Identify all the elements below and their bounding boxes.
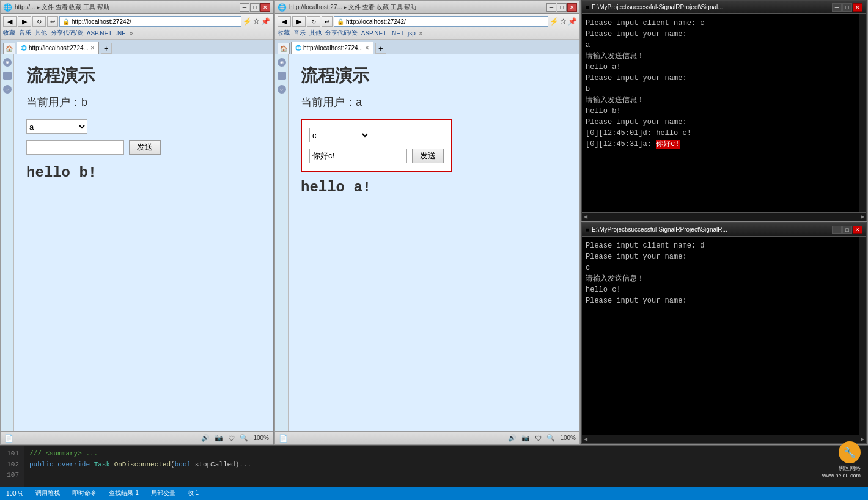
statusbar-findresults[interactable]: 查找结果 1 [109, 489, 138, 498]
right-pin-icon[interactable]: 📌 [568, 17, 577, 26]
console-top-scrollbar[interactable] [859, 14, 866, 212]
console-top-min[interactable]: ─ [832, 3, 842, 12]
star-icon[interactable]: ☆ [253, 17, 260, 26]
right-tab-active[interactable]: 🌐 http://localhost:2724... ✕ [291, 42, 373, 54]
right-minimize-btn[interactable]: ─ [546, 3, 556, 12]
browser-window-right: 🌐 http://localhost:27... ▸ 文件 查看 收藏 工具 帮… [274, 0, 580, 445]
left-tab-close[interactable]: ✕ [90, 45, 95, 51]
console-panel: ■ E:\MyProject\successful-SignalRProject… [580, 0, 868, 445]
right-shield-icon: 🔒 [337, 18, 344, 25]
right-message-input[interactable] [309, 149, 407, 163]
left-shield-status-icon: 🛡 [228, 435, 235, 442]
back-btn[interactable]: ◀ [3, 16, 17, 27]
maximize-btn[interactable]: □ [250, 3, 260, 12]
left-recipient-select[interactable]: a b c [26, 119, 87, 134]
right-lightning-icon: ⚡ [550, 17, 559, 26]
console-window-top: ■ E:\MyProject\successful-SignalRProject… [581, 0, 867, 221]
statusbar-immediate[interactable]: 即时命令 [72, 489, 97, 498]
right-forward-btn[interactable]: ▶ [292, 16, 306, 27]
right-star-icon[interactable]: ☆ [560, 17, 567, 26]
bookmark-6[interactable]: .NE [116, 30, 126, 37]
console-top-max[interactable]: □ [842, 3, 852, 12]
right-tab-close[interactable]: ✕ [365, 45, 369, 51]
left-message-input[interactable] [26, 140, 124, 155]
left-side-icon-1[interactable]: ◉ [3, 58, 12, 67]
lightning-icon: ⚡ [243, 17, 252, 26]
bookmark-1[interactable]: 收藏 [3, 29, 15, 37]
console-top-titlebar: ■ E:\MyProject\successful-SignalRProject… [582, 1, 866, 14]
console-bottom-scrollbar[interactable] [859, 237, 866, 435]
shield-icon: 🔒 [62, 18, 70, 25]
console-bottom-left-arrow[interactable]: ◀ [582, 435, 589, 444]
left-tabs-bar: 🏠 🌐 http://localhost:2724... ✕ + [1, 40, 273, 54]
right-send-button[interactable]: 发送 [412, 149, 444, 163]
right-side-icon-3[interactable]: ○ [278, 85, 286, 94]
left-address-bar[interactable]: 🔒 http://localhost:27242/ [59, 16, 241, 27]
console-top-content: Please input client name: c Please input… [582, 14, 859, 212]
right-recipient-select[interactable]: c a b [309, 128, 370, 142]
left-tab-active[interactable]: 🌐 http://localhost:2724... ✕ [17, 42, 99, 54]
right-bookmark-3[interactable]: 其他 [309, 29, 322, 37]
console-line-1: Please input client name: c [586, 18, 855, 29]
refresh-btn[interactable]: ↻ [32, 16, 46, 27]
right-tabs-bar: 🏠 🌐 http://localhost:2724... ✕ + [275, 40, 579, 54]
console-bottom-min[interactable]: ─ [832, 226, 842, 234]
console-line-4: 请输入发送信息！ [586, 51, 855, 62]
right-stop-btn[interactable]: ↩ [322, 16, 333, 27]
right-bookmark-jsp[interactable]: jsp [408, 30, 416, 37]
bookmark-3[interactable]: 其他 [35, 29, 47, 37]
left-speaker-icon: 🔊 [201, 434, 210, 442]
right-close-btn[interactable]: ✕ [567, 3, 577, 12]
bookmark-2[interactable]: 音乐 [19, 29, 31, 37]
stop-btn[interactable]: ↩ [47, 16, 58, 27]
left-side-icon-3[interactable]: ○ [3, 85, 12, 94]
console-top-icon: ■ [586, 4, 589, 10]
console-bottom-close[interactable]: ✕ [853, 226, 862, 234]
console-bottom-content: Please input client name: d Please input… [582, 237, 859, 435]
console-top-close[interactable]: ✕ [853, 3, 862, 12]
browser-window-left: 🌐 http://... ▸ 文件 查看 收藏 工具 帮助 ─ □ ✕ ◀ ▶ … [0, 0, 273, 445]
console-window-bottom: ■ E:\MyProject\successful-SignalRProject… [581, 222, 867, 444]
right-bookmark-more[interactable]: » [419, 30, 423, 37]
console-top-right-arrow[interactable]: ▶ [859, 213, 866, 221]
right-side-icon-2[interactable] [278, 72, 286, 80]
console-line-11: [0][12:45:01]d: hello c! [586, 128, 855, 139]
right-bookmark-1[interactable]: 收藏 [278, 29, 290, 37]
right-bookmark-2[interactable]: 音乐 [293, 29, 306, 37]
statusbar-callstack[interactable]: 调用堆栈 [35, 489, 60, 498]
right-bookmark-4[interactable]: 分享代码/资 [325, 29, 358, 37]
bookmark-more-icon[interactable]: » [130, 30, 133, 37]
right-side-icon-1[interactable]: ◉ [278, 58, 286, 67]
code-editor: 101 102 107 /// <summary> ... public ove… [0, 445, 868, 500]
statusbar-collect[interactable]: 收 1 [188, 489, 199, 498]
statusbar-locals[interactable]: 局部变量 [151, 489, 175, 498]
left-status-page-icon: 📄 [4, 434, 13, 443]
right-statusbar: 📄 🔊 📷 🛡 🔍 100% [275, 431, 579, 444]
console-bottom-max[interactable]: □ [842, 226, 852, 234]
right-form-row-2: 发送 [309, 149, 444, 163]
right-status-page-icon: 📄 [279, 434, 288, 443]
console-line-3: a [586, 40, 855, 51]
right-home-tab-icon[interactable]: 🏠 [278, 43, 290, 54]
line-number-107: 107 [5, 470, 19, 481]
forward-btn[interactable]: ▶ [18, 16, 31, 27]
right-maximize-btn[interactable]: □ [557, 3, 567, 12]
left-side-icon-2[interactable] [3, 72, 12, 80]
right-back-btn[interactable]: ◀ [278, 16, 291, 27]
right-bookmark-net[interactable]: .NET [390, 30, 404, 37]
right-address-bar[interactable]: 🔒 http://localhost:27242/ [334, 16, 548, 27]
bookmark-4[interactable]: 分享代码/资 [51, 29, 83, 37]
right-new-tab[interactable]: + [375, 43, 386, 54]
minimize-btn[interactable]: ─ [240, 3, 249, 12]
console-line-12: [0][12:45:31]a: 你好c! [586, 139, 855, 150]
bookmark-aspnet[interactable]: ASP.NET [87, 30, 112, 37]
pin-icon[interactable]: 📌 [261, 17, 270, 26]
right-page-title: 流程演示 [301, 64, 567, 87]
left-home-tab-icon[interactable]: 🏠 [3, 43, 15, 54]
close-btn[interactable]: ✕ [260, 3, 270, 12]
left-new-tab[interactable]: + [101, 43, 112, 54]
right-refresh-btn[interactable]: ↻ [307, 16, 320, 27]
console-top-left-arrow[interactable]: ◀ [582, 213, 589, 221]
right-bookmark-aspnet[interactable]: ASP.NET [361, 30, 387, 37]
left-send-button[interactable]: 发送 [129, 140, 161, 155]
